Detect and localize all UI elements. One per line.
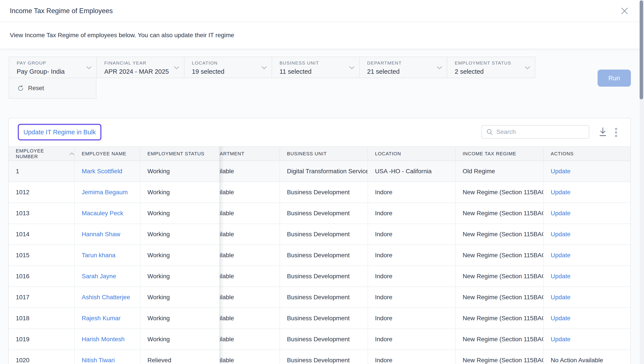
employment-status-cell: Working [140,182,220,202]
table-row: 1 Mark Scottfield Working ilable Digital… [9,161,630,182]
table-body: 1 Mark Scottfield Working ilable Digital… [9,161,630,364]
employee-number-cell: 1019 [9,329,75,350]
employment-status-cell: Working [140,203,220,224]
employee-name-cell: Ashish Chatterjee [75,287,140,308]
location-cell: Indore [368,308,456,328]
business-unit-cell: Business Development [280,308,368,328]
update-action-link[interactable]: Update [551,231,570,238]
filter-label: LOCATION [192,60,272,66]
employee-name-link[interactable]: Mark Scottfield [82,168,122,175]
column-header-label: EMPLOYEE NUMBER [16,148,66,160]
more-options-icon[interactable] [613,127,618,138]
employee-name-link[interactable]: Harish Montesh [82,336,125,343]
table-row: 1012 Jemima Begaum Working ilable Busine… [9,182,630,203]
filter-value: 11 selected [280,68,359,75]
employment-status-cell: Working [140,308,220,328]
employment-status-cell: Working [140,329,220,350]
column-header-label: LOCATION [375,151,401,156]
business-unit-cell: Business Development [280,266,368,286]
column-header-business-unit[interactable]: BUSINESS UNIT [280,147,368,160]
employee-name-cell: Tarun khana [75,245,140,266]
income-tax-regime-cell: New Regime (Section 115BAC) [456,182,544,202]
department-cell-clipped: ilable [220,161,280,182]
employment-status-cell: Working [140,287,220,308]
reset-label: Reset [28,85,44,92]
reset-icon [17,85,24,92]
filter-location[interactable]: LOCATION 19 selected [184,57,272,78]
location-cell: Indore [368,350,456,364]
employee-name-link[interactable]: Sarah Jayne [82,273,116,280]
filter-business-unit[interactable]: BUSINESS UNIT 11 selected [272,57,360,78]
column-header-label: ARTMENT [220,151,245,156]
column-header-label: EMPLOYEE NAME [82,151,126,156]
income-tax-regime-cell: New Regime (Section 115BAC) [456,245,544,266]
filter-employment-status[interactable]: EMPLOYMENT STATUS 2 selected [447,57,535,78]
subtitle-row: View Income Tax Regime of employees belo… [10,22,234,48]
search-input[interactable] [496,126,589,138]
column-header-employment-status[interactable]: EMPLOYMENT STATUS [140,147,220,160]
filter-financial-year[interactable]: FINANCIAL YEAR APR 2024 - MAR 2025 [97,57,184,78]
scrollbar-thumb[interactable] [639,0,643,99]
search-icon [486,128,493,135]
table-row: 1016 Sarah Jayne Working ilable Business… [9,266,630,287]
column-header-income-tax-regime[interactable]: INCOME TAX REGIME [456,147,544,160]
update-action-link[interactable]: Update [551,252,570,259]
column-header-actions[interactable]: ACTIONS [544,147,630,160]
filter-department[interactable]: DEPARTMENT 21 selected [360,57,447,78]
modal-header: Income Tax Regime of Employees View Inco… [0,0,644,48]
income-tax-regime-modal: Income Tax Regime of Employees View Inco… [0,0,644,364]
business-unit-cell: Business Development [280,224,368,244]
actions-cell: Update [544,287,630,308]
filter-value: Pay Group- India [17,68,96,75]
actions-cell: Update [544,329,630,350]
location-cell: USA -HO - California [368,161,456,182]
column-header-label: ACTIONS [551,151,574,156]
update-action-link[interactable]: Update [551,189,570,196]
update-action-link[interactable]: Update [551,336,570,343]
filter-label: DEPARTMENT [367,60,447,66]
column-header-department-clipped[interactable]: ARTMENT [220,147,280,160]
filter-label: FINANCIAL YEAR [104,60,184,66]
department-cell-clipped: ilable [220,350,280,364]
run-button[interactable]: Run [597,70,631,86]
table-header-row: EMPLOYEE NUMBER EMPLOYEE NAME EMPLOYMENT… [9,146,630,161]
update-action-link[interactable]: Update [551,273,570,280]
column-header-location[interactable]: LOCATION [368,147,456,160]
employee-name-cell: Sarah Jayne [75,266,140,286]
department-cell-clipped: ilable [220,224,280,244]
update-action-link[interactable]: Update [551,294,570,301]
filter-label: PAY GROUP [17,60,96,66]
business-unit-cell: Business Development [280,287,368,308]
location-cell: Indore [368,224,456,244]
employee-name-link[interactable]: Jemima Begaum [82,189,128,196]
employee-name-link[interactable]: Nitish Tiwari [82,357,115,364]
actions-cell: Update [544,203,630,224]
download-icon[interactable] [598,127,607,138]
employee-name-link[interactable]: Hannah Shaw [82,231,120,238]
income-tax-regime-cell: New Regime (Section 115BAC) [456,266,544,286]
location-cell: Indore [368,245,456,266]
column-header-employee-number[interactable]: EMPLOYEE NUMBER [9,147,75,160]
table-row: 1019 Harish Montesh Working ilable Busin… [9,329,630,350]
search-box [482,125,589,139]
update-action-link[interactable]: Update [551,168,570,175]
update-it-regime-in-bulk-button[interactable]: Update IT Regime in Bulk [18,124,101,140]
filter-pay-group[interactable]: PAY GROUP Pay Group- India [9,57,97,78]
employee-name-link[interactable]: Rajesh Kumar [82,315,120,322]
income-tax-regime-cell: New Regime (Section 115BAC) [456,350,544,364]
reset-filters-button[interactable]: Reset [9,78,96,99]
close-icon[interactable] [620,7,629,15]
column-header-employee-name[interactable]: EMPLOYEE NAME [75,147,140,160]
employee-number-cell: 1 [9,161,75,182]
employee-name-link[interactable]: Ashish Chatterjee [82,294,130,301]
employee-name-cell: Harish Montesh [75,329,140,350]
employee-name-link[interactable]: Tarun khana [82,252,115,259]
income-tax-regime-cell: New Regime (Section 115BAC) [456,224,544,244]
employee-number-cell: 1013 [9,203,75,224]
location-cell: Indore [368,203,456,224]
update-action-link[interactable]: Update [551,210,570,217]
employment-status-cell: Working [140,161,220,182]
update-action-link[interactable]: Update [551,315,570,322]
department-cell-clipped: ilable [220,287,280,308]
employee-name-link[interactable]: Macauley Peck [82,210,123,217]
